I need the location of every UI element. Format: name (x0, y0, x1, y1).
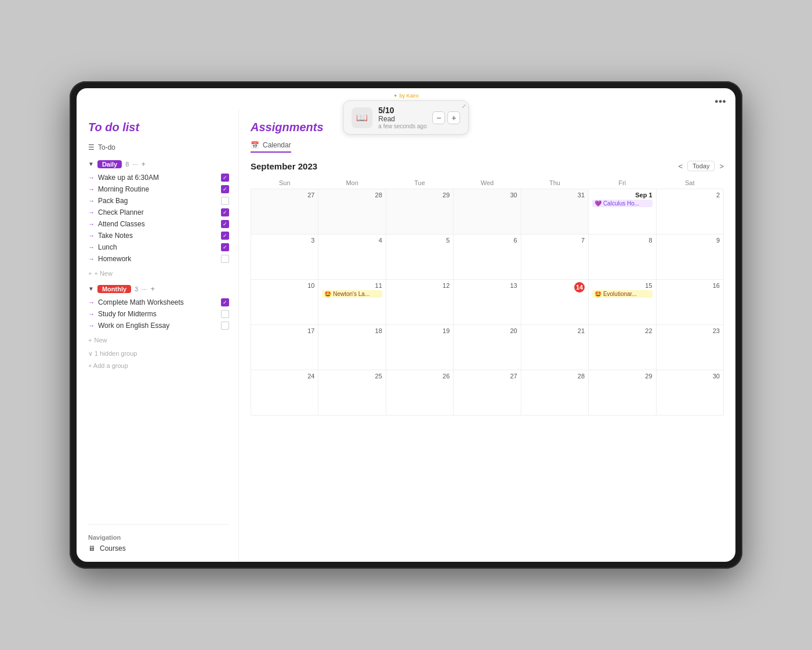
cal-cell[interactable]: 10 (251, 280, 318, 325)
cal-cell[interactable]: 15 🤩 Evolutionar... (589, 280, 656, 325)
task-checkbox[interactable] (221, 298, 229, 306)
cal-cell[interactable]: 27 (251, 189, 318, 234)
cal-date: 25 (322, 373, 382, 380)
task-checkbox[interactable] (221, 322, 229, 330)
task-checkbox[interactable] (221, 208, 229, 216)
cal-cell[interactable]: 11 🤩 Newton's La... (318, 280, 386, 325)
task-checkbox[interactable] (221, 220, 229, 228)
cal-date: 9 (660, 237, 720, 244)
widget-increment-button[interactable]: + (448, 111, 461, 124)
calendar-today-button[interactable]: Today (687, 161, 715, 171)
cal-cell[interactable]: 21 (521, 325, 588, 370)
calendar-tab-label: Calendar (263, 141, 291, 149)
cal-cell[interactable]: 22 (589, 325, 656, 370)
monthly-new-task-button[interactable]: + New (88, 335, 229, 345)
calendar-event[interactable]: 💜 Calculus Ho... (592, 200, 652, 207)
cal-cell[interactable]: 29 (589, 370, 656, 416)
cal-cell[interactable]: 27 (454, 370, 521, 416)
assignments-title: Assignments (251, 121, 724, 134)
widget-decrement-button[interactable]: − (433, 111, 445, 124)
task-label: Take Notes (98, 232, 133, 240)
calendar-navigation: < Today > (678, 161, 724, 171)
task-checkbox[interactable] (221, 243, 229, 251)
cal-cell[interactable]: Sep 1 💜 Calculus Ho... (589, 189, 656, 234)
daily-new-task-button[interactable]: + + New (88, 268, 229, 279)
widget-count: 5/10 (378, 106, 426, 115)
new-task-plus-icon: + (88, 270, 92, 277)
calendar-grid: Sun Mon Tue Wed Thu Fri Sat 27 (251, 177, 724, 416)
cal-cell[interactable]: 8 (589, 234, 656, 280)
task-arrow-icon: → (88, 244, 95, 251)
daily-add-icon[interactable]: + (142, 160, 146, 168)
cal-cell[interactable]: 13 (454, 280, 521, 325)
daily-badge: Daily (97, 160, 122, 168)
day-header-fri: Fri (589, 177, 656, 189)
task-arrow-icon: → (88, 299, 95, 306)
cal-cell[interactable]: 12 (386, 280, 453, 325)
cal-date: 2 (660, 192, 720, 198)
widget-close-icon[interactable]: ⤢ (462, 103, 466, 109)
add-group-label: + Add a group (88, 362, 128, 369)
day-header-wed: Wed (454, 177, 521, 189)
cal-cell[interactable]: 25 (318, 370, 386, 416)
daily-options-icon[interactable]: ··· (132, 161, 137, 168)
cal-cell[interactable]: 30 (656, 370, 723, 416)
calendar-tab[interactable]: 📅 Calendar (251, 141, 291, 153)
calendar-event[interactable]: 🤩 Newton's La... (322, 290, 382, 298)
task-item: →Morning Routine (88, 183, 229, 195)
cal-cell[interactable]: 20 (454, 325, 521, 370)
cal-cell[interactable]: 31 (521, 189, 588, 234)
calendar-week: 24 25 26 27 28 29 30 (251, 370, 724, 416)
cal-date: 20 (457, 327, 517, 334)
cal-cell[interactable]: 14 (521, 280, 588, 325)
cal-cell[interactable]: 30 (454, 189, 521, 234)
calendar-prev-icon[interactable]: < (678, 162, 683, 171)
monthly-add-icon[interactable]: + (150, 284, 155, 293)
cal-cell[interactable]: 2 (656, 189, 723, 234)
cal-cell[interactable]: 3 (251, 234, 318, 280)
monthly-collapse-icon[interactable]: ▼ (88, 286, 94, 292)
task-checkbox[interactable] (221, 185, 229, 193)
cal-cell[interactable]: 6 (454, 234, 521, 280)
new-task-plus-icon: + (88, 337, 92, 344)
cal-cell[interactable]: 29 (386, 189, 453, 234)
hidden-group-toggle[interactable]: ∨ 1 hidden group (88, 350, 229, 358)
cal-date: 29 (592, 373, 652, 380)
cal-cell[interactable]: 23 (656, 325, 723, 370)
calendar-event[interactable]: 🤩 Evolutionar... (592, 290, 652, 298)
cal-cell[interactable]: 18 (318, 325, 386, 370)
cal-cell[interactable]: 9 (656, 234, 723, 280)
nav-item-courses[interactable]: 🖥 Courses (88, 544, 229, 552)
cal-cell[interactable]: 7 (521, 234, 588, 280)
calendar-next-icon[interactable]: > (719, 162, 724, 171)
task-checkbox[interactable] (221, 174, 229, 182)
cal-cell[interactable]: 5 (386, 234, 453, 280)
cal-cell[interactable]: 4 (318, 234, 386, 280)
battery-icon: ●●● (715, 98, 726, 104)
task-checkbox[interactable] (221, 232, 229, 240)
cal-date: 29 (390, 192, 449, 198)
cal-cell[interactable]: 17 (251, 325, 318, 370)
daily-count: 8 (125, 161, 129, 168)
daily-collapse-icon[interactable]: ▼ (88, 161, 94, 167)
cal-date: 15 (592, 282, 652, 289)
task-item: →Lunch (88, 241, 229, 253)
cal-date: 22 (592, 327, 652, 334)
cal-date: 12 (390, 282, 449, 289)
calendar-header: September 2023 < Today > (251, 161, 724, 171)
cal-cell[interactable]: 24 (251, 370, 318, 416)
task-checkbox[interactable] (221, 310, 229, 318)
cal-cell[interactable]: 26 (386, 370, 453, 416)
monthly-options-icon[interactable]: ··· (142, 286, 147, 292)
task-checkbox[interactable] (221, 197, 229, 205)
task-checkbox[interactable] (221, 255, 229, 263)
cal-date: 27 (255, 192, 314, 198)
task-arrow-icon: → (88, 221, 95, 228)
cal-cell[interactable]: 28 (521, 370, 588, 416)
cal-cell[interactable]: 16 (656, 280, 723, 325)
add-group-button[interactable]: + Add a group (88, 362, 229, 369)
main-area: Assignments 📅 Calendar September 2023 < … (239, 109, 735, 562)
task-arrow-icon: → (88, 232, 95, 239)
cal-cell[interactable]: 28 (318, 189, 386, 234)
cal-cell[interactable]: 19 (386, 325, 453, 370)
